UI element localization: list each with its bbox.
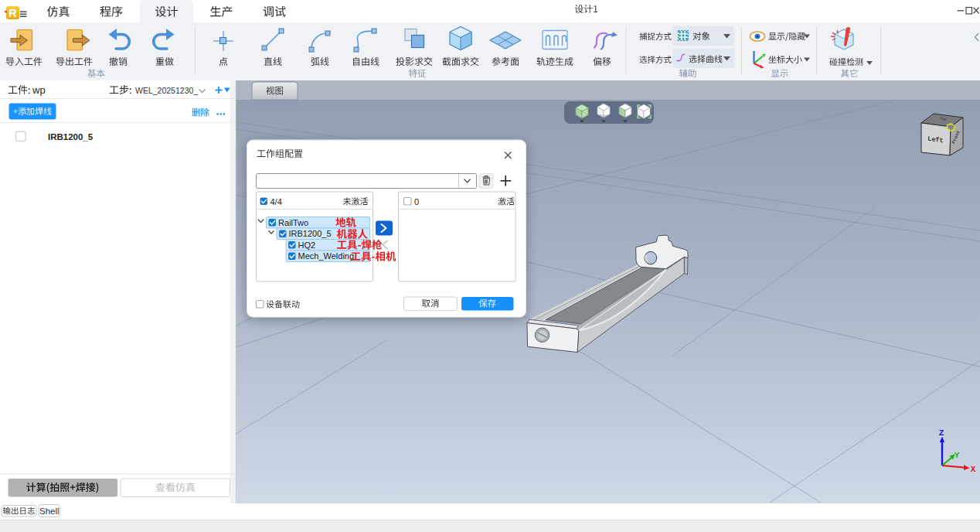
svg-text:IRB1200_5: IRB1200_5 [289,229,332,238]
svg-text:Z: Z [939,428,944,438]
svg-text:0: 0 [414,197,419,206]
svg-text:Y: Y [954,451,960,460]
svg-text:R: R [9,6,17,19]
svg-text:Mech_Welding: Mech_Welding [298,251,355,261]
svg-text:4/4: 4/4 [271,197,282,206]
svg-text:wp: wp [32,84,46,96]
svg-text:Solid: Solid [600,114,608,118]
svg-text:WEL_20251230_: WEL_20251230_ [135,86,198,95]
svg-text:HQ2: HQ2 [298,240,316,250]
svg-text:Shell: Shell [39,506,60,516]
svg-text:RailTwo: RailTwo [278,218,308,227]
svg-text:IRB1200_5: IRB1200_5 [48,132,94,142]
svg-text:X: X [971,465,976,474]
